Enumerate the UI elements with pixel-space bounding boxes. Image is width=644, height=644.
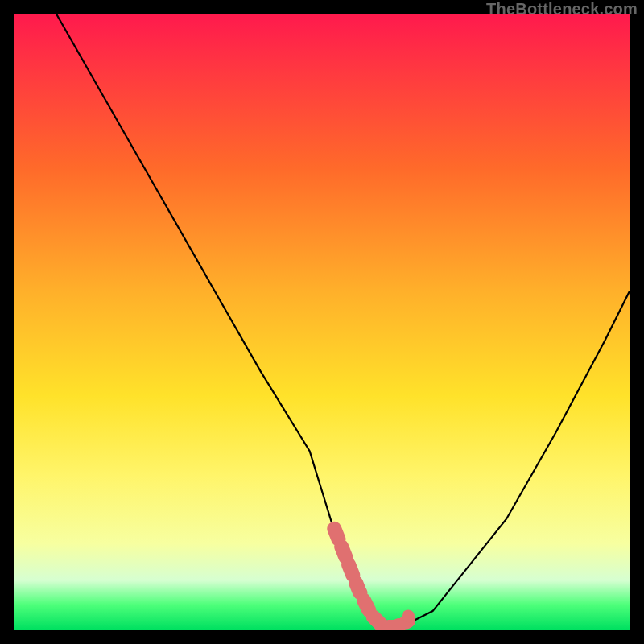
chart-frame	[14, 14, 630, 630]
watermark-text: TheBottleneck.com	[486, 0, 638, 19]
svg-point-0	[402, 609, 415, 622]
bottleneck-curve	[14, 14, 630, 630]
